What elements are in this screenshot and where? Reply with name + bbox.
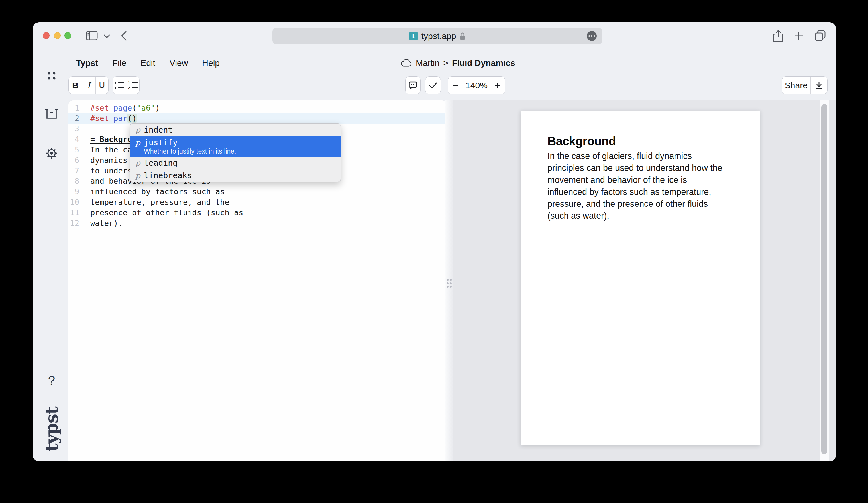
zoom-controls: − 140% + xyxy=(448,76,505,94)
line-content: water). xyxy=(79,219,123,228)
param-icon: p xyxy=(134,171,141,180)
preview-body-line: principles can be used to understand how… xyxy=(547,162,722,174)
preview-page: Background In the case of glaciers, flui… xyxy=(521,111,760,446)
share-button[interactable]: Share xyxy=(782,77,810,94)
underline-button[interactable]: U xyxy=(95,77,108,94)
titlebar-divider xyxy=(101,31,102,43)
apps-grid-icon[interactable] xyxy=(41,65,62,86)
ellipsis-icon[interactable] xyxy=(587,31,597,41)
preview-body-line: influenced by factors such as temperatur… xyxy=(547,186,722,198)
breadcrumb[interactable]: Martin > Fluid Dynamics xyxy=(401,58,515,68)
browser-titlebar: t typst.app xyxy=(33,22,836,53)
line-number: 9 xyxy=(69,187,79,196)
new-tab-icon[interactable] xyxy=(794,31,803,40)
autocomplete-popup: pindentpjustifyWhether to justify text i… xyxy=(130,123,341,182)
download-button[interactable] xyxy=(810,77,827,94)
italic-button[interactable]: I xyxy=(82,77,95,94)
cloud-icon xyxy=(401,59,412,67)
share-group: Share xyxy=(782,76,828,94)
param-icon: p xyxy=(134,159,141,167)
line-number: 3 xyxy=(69,124,79,133)
preview-body-line: pressure, and the presence of other flui… xyxy=(547,198,722,210)
menu-edit[interactable]: Edit xyxy=(141,58,155,68)
autocomplete-label: justify xyxy=(144,138,177,147)
autocomplete-label: linebreaks xyxy=(144,171,192,180)
menu-file[interactable]: File xyxy=(113,58,126,68)
line-number: 8 xyxy=(69,177,79,186)
line-number: 11 xyxy=(69,208,79,217)
line-number: 2 xyxy=(69,114,79,123)
line-number: 12 xyxy=(69,219,79,228)
download-icon xyxy=(815,81,823,90)
scrollbar-thumb[interactable] xyxy=(821,104,827,454)
param-icon: p xyxy=(134,138,141,147)
autocomplete-label: indent xyxy=(144,125,173,135)
template-box-icon[interactable] xyxy=(41,104,62,124)
zoom-out-button[interactable]: − xyxy=(448,77,463,94)
zoom-in-button[interactable]: + xyxy=(490,77,505,94)
close-window-button[interactable] xyxy=(43,32,50,39)
settings-gear-icon[interactable] xyxy=(41,143,62,164)
lock-icon xyxy=(459,32,466,40)
preview-heading: Background xyxy=(547,134,616,148)
zoom-window-button[interactable] xyxy=(64,32,71,39)
minimize-window-button[interactable] xyxy=(54,32,61,39)
preview-pane: Background In the case of glaciers, flui… xyxy=(453,100,836,461)
help-button[interactable]: ? xyxy=(41,370,62,391)
line-content: influenced by factors such as xyxy=(79,187,225,196)
line-number: 4 xyxy=(69,135,79,144)
comment-icon xyxy=(409,81,417,90)
pane-divider[interactable] xyxy=(445,100,453,461)
line-number: 7 xyxy=(69,166,79,175)
line-content: temperature, pressure, and the xyxy=(79,198,229,207)
autocomplete-item-indent[interactable]: pindent xyxy=(130,124,341,136)
check-button[interactable] xyxy=(425,76,441,94)
line-number: 5 xyxy=(69,145,79,154)
menu-help[interactable]: Help xyxy=(202,58,220,68)
autocomplete-description: Whether to justify text in its line. xyxy=(144,148,341,155)
menu-typst[interactable]: Typst xyxy=(76,58,98,68)
bullet-list-icon[interactable] xyxy=(113,77,126,94)
numbered-list-icon[interactable]: 1 2 xyxy=(126,77,140,94)
preview-body-line: (such as water). xyxy=(547,210,722,222)
share-mac-icon[interactable] xyxy=(773,30,783,42)
back-icon[interactable] xyxy=(120,31,127,41)
code-line-2[interactable]: 2#set par() xyxy=(69,113,445,124)
tab-overview-icon[interactable] xyxy=(815,30,826,41)
code-line-1[interactable]: 1#set page("a6") xyxy=(69,103,445,113)
typst-logo: typst xyxy=(42,409,61,451)
text-style-group: B I U xyxy=(69,76,108,94)
address-bar[interactable]: t typst.app xyxy=(272,28,602,44)
menu-bar: TypstFileEditViewHelp xyxy=(76,58,220,68)
line-content: #set par() xyxy=(79,114,137,123)
line-content: presence of other fluids (such as xyxy=(79,208,243,217)
code-line-12[interactable]: 12water). xyxy=(69,218,445,228)
code-line-11[interactable]: 11presence of other fluids (such as xyxy=(69,207,445,218)
list-group: 1 2 xyxy=(113,76,140,94)
line-number: 1 xyxy=(69,103,79,112)
menu-view[interactable]: View xyxy=(169,58,188,68)
bold-button[interactable]: B xyxy=(69,77,82,94)
preview-body-line: movement and behavior of the ice is xyxy=(547,174,722,186)
code-line-10[interactable]: 10temperature, pressure, and the xyxy=(69,197,445,207)
breadcrumb-document: Fluid Dynamics xyxy=(452,58,515,68)
line-number: 10 xyxy=(69,198,79,207)
breadcrumb-separator: > xyxy=(443,58,448,68)
chevron-down-icon[interactable] xyxy=(103,34,110,39)
line-content: #set page("a6") xyxy=(79,103,160,112)
preview-body-line: In the case of glaciers, fluid dynamics xyxy=(547,150,722,162)
url-text: typst.app xyxy=(422,31,456,41)
preview-paragraph: In the case of glaciers, fluid dynamicsp… xyxy=(547,150,722,222)
sidebar-toggle-icon[interactable] xyxy=(86,31,98,40)
code-line-9[interactable]: 9influenced by factors such as xyxy=(69,186,445,197)
preview-scrollbar[interactable] xyxy=(820,100,829,461)
autocomplete-item-leading[interactable]: pleading xyxy=(130,157,341,169)
autocomplete-label: leading xyxy=(144,158,177,168)
zoom-level[interactable]: 140% xyxy=(463,77,489,94)
autocomplete-item-linebreaks[interactable]: plinebreaks xyxy=(130,169,341,182)
drag-handle-icon[interactable] xyxy=(446,279,452,287)
comment-button[interactable] xyxy=(405,76,421,94)
autocomplete-item-justify[interactable]: pjustifyWhether to justify text in its l… xyxy=(130,136,341,157)
breadcrumb-workspace[interactable]: Martin xyxy=(416,58,440,68)
param-icon: p xyxy=(134,126,141,134)
